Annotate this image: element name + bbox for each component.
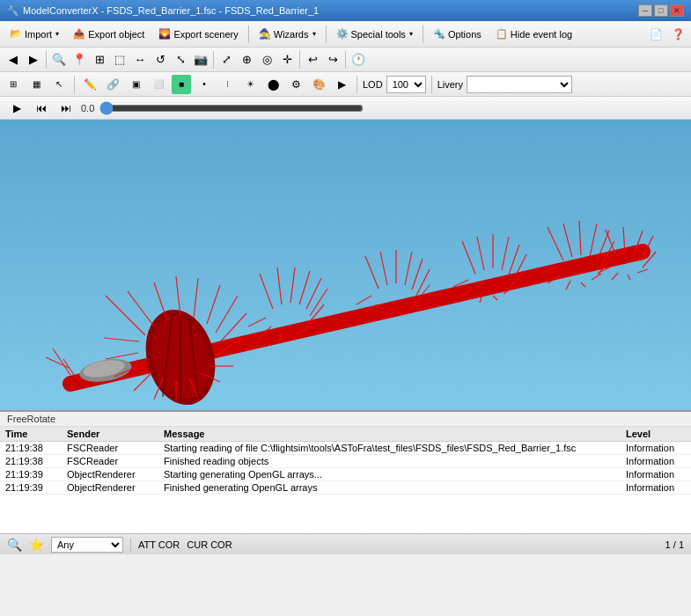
frame-btn[interactable]: ⬜ [149,75,168,94]
move-btn[interactable]: ↔ [130,50,150,70]
app-icon: 🔧 [7,5,19,17]
question-btn[interactable]: ❓ [668,25,687,44]
page-indicator: 1 / 1 [665,539,684,550]
anim-next-btn[interactable]: ⏭ [56,99,76,118]
log-message: Starting generating OpenGL arrays... [158,468,621,481]
menu-export-object[interactable]: 📤 Export object [67,26,151,42]
title-bar: 🔧 ModelConverterX - FSDS_Red_Barrier_1.f… [0,0,691,21]
log-message: Finished generating OpenGL arrays [158,481,621,495]
log-time: 21:19:38 [0,442,62,455]
anim-prev-btn[interactable]: ⏮ [32,99,51,118]
menu-options[interactable]: 🔩 Options [427,26,488,42]
minimize-button[interactable]: ─ [638,4,652,17]
menu-export-scenery[interactable]: 🌄 Export scenery [152,26,244,42]
toolbar-sep-3 [299,51,300,69]
undo-btn[interactable]: ↩ [303,50,322,70]
status-sep-1 [130,538,131,552]
log-table: Time Sender Message Level 21:19:38 FSCRe… [0,427,691,495]
log-time: 21:19:38 [0,455,62,468]
fill-btn[interactable]: ■ [172,75,191,94]
back-button[interactable]: ◀ [4,50,23,70]
export-object-icon: 📤 [73,28,85,40]
grid-btn[interactable]: ⊞ [90,50,109,70]
link-btn[interactable]: 🔗 [103,75,122,94]
sphere-btn[interactable]: ⬤ [263,75,283,94]
table-row: 21:19:38 FSCReader Starting reading of f… [0,442,691,455]
gear2-btn[interactable]: ⚙ [286,75,305,94]
maximize-button[interactable]: □ [654,4,668,17]
forward-button[interactable]: ▶ [24,50,43,70]
location-btn[interactable]: 📍 [70,50,89,70]
nav4-btn[interactable]: ✛ [277,50,297,70]
lod-bar: ⊞ ▦ ↖ ✏️ 🔗 ▣ ⬜ ■ • ⁝ ☀ ⬤ ⚙ 🎨 ▶ LOD 100 5… [0,72,691,97]
animation-bar: ▶ ⏮ ⏭ 0.0 [0,97,691,120]
log-panel: FreeRotate Time Sender Message Level 21:… [0,410,691,533]
menu-hide-event-log[interactable]: 📋 Hide event log [489,26,578,42]
status-bar: 🔍 ⭐ Any Information Warning Error ATT CO… [0,533,691,554]
filter-icon: 🔍 [7,538,22,552]
log-sender: FSCReader [62,455,158,468]
log-level: Information [621,468,691,481]
window-title: ModelConverterX - FSDS_Red_Barrier_1.fsc… [23,5,319,16]
pen-btn[interactable]: ✏️ [80,75,99,94]
color-btn[interactable]: 🎨 [309,75,328,94]
special-tools-dropdown-arrow: ▾ [409,30,413,38]
zoom-fit-btn[interactable]: 🔍 [49,50,69,70]
anim-btn[interactable]: ▶ [332,75,351,94]
nav2-btn[interactable]: ⊕ [237,50,256,70]
select-btn[interactable]: ⬚ [110,50,129,70]
view-btn-1[interactable]: ⊞ [4,75,23,94]
view-btn-2[interactable]: ▦ [26,75,46,94]
lod-sep-2 [357,76,357,93]
log-sender: FSCReader [62,442,158,455]
animation-slider[interactable] [99,102,364,114]
log-level: Information [621,455,691,468]
menu-special-tools[interactable]: ⚙️ Special tools ▾ [330,26,419,42]
scene-svg [0,120,691,410]
viewport[interactable] [0,120,691,410]
col-time: Time [0,427,62,442]
cursor-btn[interactable]: ↖ [49,75,69,94]
clock-btn[interactable]: 🕐 [349,50,368,70]
anim-play-btn[interactable]: ▶ [7,99,26,118]
photo-btn[interactable]: 📷 [191,50,210,70]
log-time: 21:19:39 [0,481,62,495]
lod-sep-3 [431,76,432,93]
menu-import[interactable]: 📂 Import ▾ [4,26,65,42]
main-toolbar: ◀ ▶ 🔍 📍 ⊞ ⬚ ↔ ↺ ⤡ 📷 ⤢ ⊕ ◎ ✛ ↩ ↪ 🕐 [0,48,691,72]
filter-select[interactable]: Any Information Warning Error [51,537,123,553]
log-level: Information [621,442,691,455]
multi-btn[interactable]: ⁝ [217,75,237,94]
menu-bar: 📂 Import ▾ 📤 Export object 🌄 Export scen… [0,21,691,48]
menu-wizards[interactable]: 🧙 Wizards ▾ [253,26,322,42]
log-level: Information [621,481,691,495]
col-sender: Sender [62,427,158,442]
anim-value: 0.0 [81,103,94,114]
lighting-btn[interactable]: ☀ [240,75,260,94]
scale-btn[interactable]: ⤡ [171,50,190,70]
col-level: Level [621,427,691,442]
redo-btn[interactable]: ↪ [323,50,342,70]
close-button[interactable]: ✕ [670,4,684,17]
menu-separator-2 [326,26,327,43]
toolbar-sep-2 [213,51,214,69]
nav3-btn[interactable]: ◎ [257,50,276,70]
texture-btn[interactable]: ▣ [126,75,145,94]
rotate-btn[interactable]: ↺ [151,50,170,70]
help-icon-btn[interactable]: 📄 [646,25,665,44]
export-scenery-icon: 🌄 [158,28,171,40]
dot-btn[interactable]: • [195,75,214,94]
col-message: Message [158,427,621,442]
lod-sep-1 [74,76,75,93]
lod-select[interactable]: 100 50 25 [386,76,426,93]
nav1-btn[interactable]: ⤢ [217,50,236,70]
options-icon: 🔩 [433,28,445,40]
table-row: 21:19:39 ObjectRenderer Finished generat… [0,481,691,495]
lod-label: LOD [363,79,383,90]
toolbar-sep-4 [345,51,346,69]
menu-separator-3 [423,26,423,43]
livery-select[interactable] [467,76,572,93]
log-message: Starting reading of file C:\flightsim\to… [158,442,621,455]
table-row: 21:19:39 ObjectRenderer Starting generat… [0,468,691,481]
status-filter[interactable]: Any Information Warning Error [51,537,123,553]
